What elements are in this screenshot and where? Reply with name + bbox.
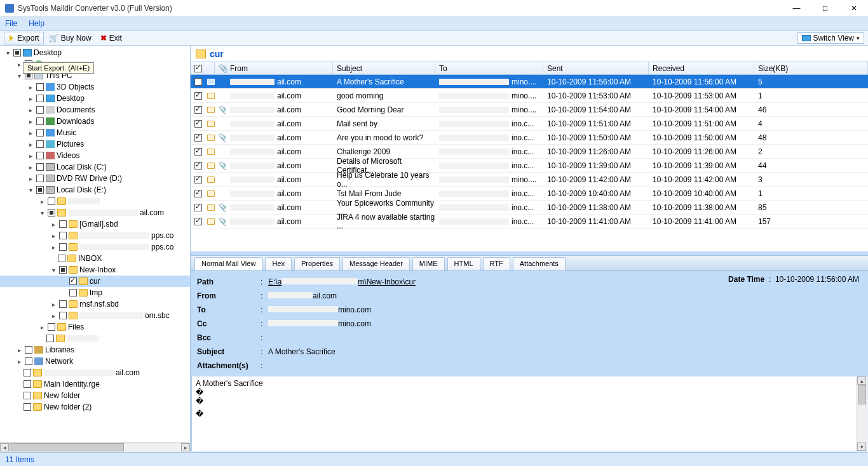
export-button[interactable]: Export [4,32,44,44]
scroll-up-icon[interactable]: ▴ [857,376,866,385]
mail-row[interactable]: 📎ail.comAre you in mood to work?ino.c...… [191,131,868,145]
meta-subject: A Mother's Sacrifice [268,347,862,356]
folder-icon [56,335,65,342]
row-checkbox[interactable] [194,148,202,156]
row-checkbox[interactable] [194,120,202,128]
tree-desktop2[interactable]: Desktop [57,94,85,103]
tab-hex[interactable]: Hex [265,257,292,270]
tree-documents[interactable]: Documents [57,105,95,114]
tab-attachments[interactable]: Attachments [513,257,566,270]
collapse-icon[interactable]: ▾ [4,50,11,57]
tree-desktop[interactable]: Desktop [34,48,62,57]
row-checkbox[interactable] [194,106,202,114]
row-checkbox[interactable] [194,190,202,197]
mail-row[interactable]: ail.comTst Mail From Judeino.c...10-10-2… [191,187,868,201]
tree-new-inbox[interactable]: New-Inbox [79,265,116,274]
row-checkbox[interactable] [194,218,202,225]
col-sent[interactable]: Sent [543,62,649,74]
folder-icon [57,197,66,205]
row-checkbox[interactable] [194,204,202,211]
tree-libraries[interactable]: Libraries [45,345,74,354]
col-attach-icon[interactable]: 📎 [215,62,226,74]
mail-row[interactable]: ail.comMail sent byino.c...10-10-2009 11… [191,117,868,131]
row-checkbox[interactable] [194,78,202,86]
minimize-button[interactable]: — [782,0,811,17]
cube-icon [46,83,55,91]
select-all-checkbox[interactable] [194,65,202,72]
exit-button[interactable]: ✖Exit [97,32,126,44]
tree-music[interactable]: Music [57,128,76,137]
tree-hscrollbar[interactable]: ◂ ▸ [0,442,190,452]
mail-row[interactable]: ail.comChallenge 2009ino.c...10-10-2009 … [191,145,868,159]
desktop-icon [46,95,55,102]
row-checkbox[interactable] [194,162,202,170]
col-from[interactable]: From [226,62,333,74]
row-checkbox[interactable] [194,134,202,142]
col-mail-icon[interactable] [203,62,215,74]
maximize-button[interactable]: □ [811,0,839,17]
tree-downloads[interactable]: Downloads [57,117,94,126]
mail-row[interactable]: ail.comA Mother's Sacrificemino....10-10… [191,75,868,89]
mail-body[interactable]: A Mother's Sacrifice � � � ▴ ▾ [191,376,867,451]
scroll-down-icon[interactable]: ▾ [857,443,866,451]
preview-pane: Normal Mail View Hex Properties Message … [191,255,868,452]
tab-normal[interactable]: Normal Mail View [194,257,262,270]
tree-tmp[interactable]: tmp [90,288,102,297]
expand-icon[interactable]: ▸ [16,61,23,68]
tree-cur[interactable]: cur [90,277,100,286]
mail-row[interactable]: 📎ail.comGood Morning Dearmino....10-10-2… [191,103,868,117]
tree-network[interactable]: Network [45,357,73,366]
tree-gmail[interactable]: [Gmail].sbd [79,220,118,229]
tree-checkbox[interactable] [13,49,21,57]
tab-properties[interactable]: Properties [294,257,340,270]
tree-videos[interactable]: Videos [57,151,79,160]
scroll-thumb[interactable] [858,385,866,404]
tree-inbox[interactable]: INBOX [78,254,102,263]
col-subject[interactable]: Subject [333,62,435,74]
status-bar: 11 Items [0,452,868,466]
mail-row[interactable]: ail.comgood morningmino....10-10-2009 11… [191,89,868,103]
mail-row[interactable]: ail.comHelp us Celebrate 10 years o...mi… [191,173,868,187]
mail-icon [207,190,215,197]
mail-row[interactable]: 📎ail.comYour Spiceworks Community ...ino… [191,201,868,215]
tree-rnsf[interactable]: rnsf.nsf.sbd [79,300,119,309]
meta-datetime: 10-10-2009 11:56:00 AM [775,275,859,284]
tree-3d-objects[interactable]: 3D Objects [57,83,94,91]
switch-view-button[interactable]: Switch View▾ [797,32,864,44]
menu-help[interactable]: Help [29,19,44,28]
close-button[interactable]: ✕ [839,0,868,17]
row-checkbox[interactable] [194,176,202,183]
scroll-thumb[interactable] [10,443,124,451]
col-received[interactable]: Received [649,62,754,74]
scroll-right-icon[interactable]: ▸ [181,443,190,451]
menu-file[interactable]: File [5,19,17,28]
tree-local-c[interactable]: Local Disk (C:) [57,163,107,171]
buy-now-button[interactable]: 🛒Buy Now [45,32,95,44]
tab-html[interactable]: HTML [447,257,480,270]
tree-local-e[interactable]: Local Disk (E:) [57,185,106,194]
close-icon: ✖ [100,34,107,43]
scroll-left-icon[interactable]: ◂ [0,443,9,451]
tab-rtf[interactable]: RTF [483,257,510,270]
body-vscrollbar[interactable]: ▴ ▾ [857,376,867,451]
folder-icon [33,392,42,399]
col-size[interactable]: Size(KB) [754,62,868,74]
folder-icon [67,255,76,262]
tree-new-folder-2[interactable]: New folder (2) [44,403,92,411]
music-icon [46,129,55,136]
folder-tree[interactable]: ▾Desktop ▸ ▾This PC ▸3D Objects ▸Desktop… [0,46,190,442]
tree-dvd[interactable]: DVD RW Drive (D:) [57,174,122,183]
meta-from: ail.com [268,291,862,300]
tree-main-identity[interactable]: Main Identity.rge [44,380,100,389]
folder-icon [69,312,78,319]
tree-new-folder[interactable]: New folder [44,391,80,400]
tab-message-header[interactable]: Message Header [342,257,410,270]
tree-pictures[interactable]: Pictures [57,140,84,149]
tab-mime[interactable]: MIME [412,257,445,270]
row-checkbox[interactable] [194,92,202,100]
mail-row[interactable]: 📎ail.comJIRA 4 now available starting ..… [191,215,868,229]
tree-files[interactable]: Files [68,323,84,331]
col-to[interactable]: To [435,62,543,74]
toolbar: Export 🛒Buy Now ✖Exit Switch View▾ [0,30,868,46]
mail-row[interactable]: 📎ail.comDetails of Microsoft Certificat.… [191,159,868,173]
